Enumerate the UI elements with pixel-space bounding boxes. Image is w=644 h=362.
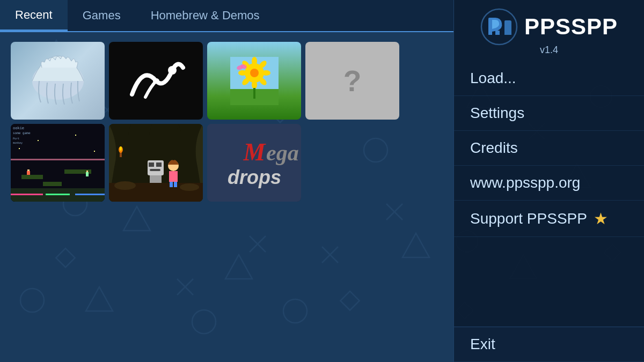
- svg-point-46: [252, 80, 257, 89]
- app-version: v1.4: [540, 45, 558, 56]
- game-thumb-4[interactable]: ?: [305, 42, 399, 120]
- tab-homebrew[interactable]: Homebrew & Demos: [136, 0, 275, 31]
- tab-games[interactable]: Games: [68, 0, 136, 31]
- svg-text:monkey: monkey: [13, 141, 23, 145]
- right-sidebar: PPSSPP v1.4 Load... Settings Credits www…: [453, 0, 644, 362]
- main-layout: Recent Games Homebrew & Demos: [0, 0, 644, 362]
- tab-bar: Recent Games Homebrew & Demos: [0, 0, 453, 32]
- logo-row: PPSSPP: [480, 8, 618, 46]
- game-thumb-5[interactable]: ookie some game Port monkey: [11, 124, 105, 202]
- svg-rect-54: [253, 88, 255, 99]
- game-thumb-3[interactable]: [207, 42, 301, 120]
- star-icon: ★: [594, 209, 608, 228]
- svg-rect-65: [43, 182, 62, 186]
- svg-point-48: [262, 70, 270, 76]
- menu-support[interactable]: Support PPSSPP ★: [454, 201, 644, 237]
- svg-rect-77: [75, 194, 105, 195]
- tab-recent[interactable]: Recent: [0, 0, 68, 31]
- game-thumb-1[interactable]: [11, 42, 105, 120]
- logo-area: PPSSPP v1.4: [454, 0, 644, 61]
- menu-items: Load... Settings Credits www.ppsspp.org …: [454, 61, 644, 362]
- svg-text:ookie: ookie: [13, 126, 24, 130]
- menu-website[interactable]: www.ppsspp.org: [454, 166, 644, 201]
- svg-text:drops: drops: [228, 166, 281, 188]
- menu-settings[interactable]: Settings: [454, 96, 644, 131]
- svg-rect-76: [46, 194, 70, 195]
- svg-point-45: [252, 57, 257, 65]
- svg-rect-74: [86, 171, 88, 172]
- svg-point-40: [168, 66, 177, 75]
- menu-exit[interactable]: Exit: [454, 327, 644, 362]
- svg-point-80: [114, 181, 136, 190]
- svg-rect-70: [75, 135, 76, 136]
- svg-rect-88: [169, 171, 178, 182]
- svg-rect-72: [19, 148, 20, 149]
- game-thumb-2[interactable]: [109, 42, 203, 120]
- app-title: PPSSPP: [524, 14, 618, 40]
- svg-rect-86: [150, 175, 162, 183]
- svg-point-47: [238, 70, 247, 76]
- ppsspp-logo-icon: [480, 8, 518, 46]
- svg-rect-73: [86, 172, 89, 176]
- game-thumb-7[interactable]: M ega drops: [207, 124, 301, 202]
- svg-rect-83: [149, 162, 154, 167]
- svg-rect-66: [27, 171, 30, 175]
- svg-rect-68: [11, 159, 105, 160]
- svg-rect-63: [21, 175, 43, 179]
- menu-credits[interactable]: Credits: [454, 131, 644, 166]
- svg-rect-84: [156, 162, 162, 167]
- svg-rect-69: [38, 140, 39, 141]
- svg-rect-90: [174, 182, 177, 187]
- left-panel: Recent Games Homebrew & Demos: [0, 0, 453, 362]
- svg-rect-67: [27, 169, 30, 171]
- svg-rect-85: [150, 169, 160, 171]
- menu-load[interactable]: Load...: [454, 61, 644, 96]
- svg-rect-71: [94, 151, 95, 152]
- svg-text:ega: ega: [266, 141, 299, 165]
- svg-text:M: M: [243, 138, 267, 166]
- svg-point-41: [153, 78, 159, 84]
- support-label: Support PPSSPP: [470, 210, 587, 227]
- svg-point-81: [180, 183, 199, 191]
- svg-text:Port: Port: [13, 137, 19, 140]
- svg-point-96: [120, 146, 122, 151]
- game-thumb-6[interactable]: [109, 124, 203, 202]
- svg-point-53: [250, 69, 259, 77]
- svg-text:some game: some game: [13, 131, 31, 135]
- games-grid: ? ookie some game Port monkey: [0, 32, 453, 211]
- svg-rect-75: [11, 194, 43, 195]
- svg-rect-89: [170, 182, 173, 187]
